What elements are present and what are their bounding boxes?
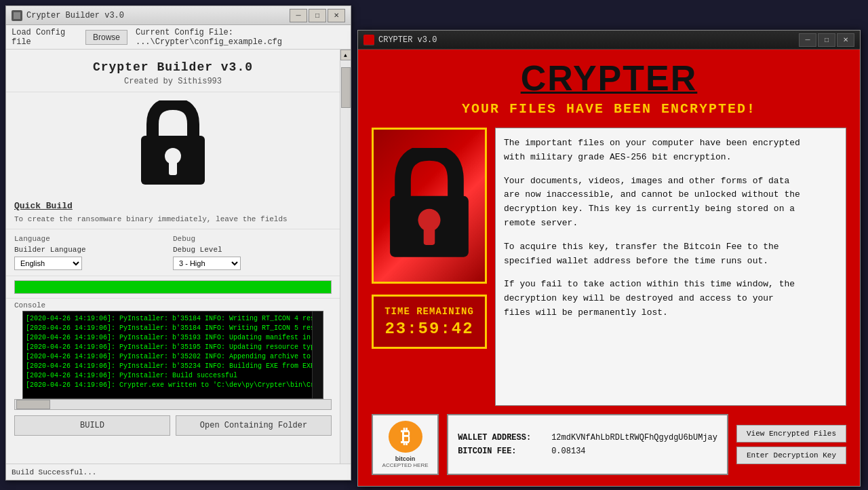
builder-title-text: Crypter Builder v3.0: [26, 11, 290, 20]
crypter-minimize-button[interactable]: ─: [799, 33, 816, 47]
wallet-row: WALLET ADDRESS: 12mdKVNfAhLbRDLtRWQFhQgy…: [458, 433, 717, 442]
builder-main-scroll[interactable]: Crypter Builder v3.0 Created by Sithis99…: [6, 50, 340, 480]
console-line-5: [2020-04-26 14:19:06]: PyInstaller: b'35…: [26, 352, 320, 362]
options-row: Language Builder Language English French…: [6, 229, 340, 276]
crypter-bottom: ₿ bitcoin ACCEPTED HERE WALLET ADDRESS: …: [372, 414, 846, 475]
builder-win-controls: ─ □ ✕: [290, 9, 345, 22]
crypter-lock-icon: [385, 148, 473, 263]
desc-para-1: The important files on your computer hav…: [504, 136, 837, 165]
timer-label: TIME REMAINING: [384, 306, 474, 317]
console-line-6: [2020-04-26 14:19:06]: PyInstaller: b'35…: [26, 362, 320, 371]
crypter-subtitle: YOUR FILES HAVE BEEN ENCRYPTED!: [372, 101, 846, 117]
debug-label: Debug: [173, 235, 332, 243]
console-area: [2020-04-26 14:19:06]: PyInstaller: b'35…: [22, 311, 323, 399]
lock-icon: [136, 100, 210, 189]
console-hscrollbar[interactable]: [14, 399, 332, 410]
bitcoin-text: bitcoin ACCEPTED HERE: [382, 455, 429, 468]
build-button[interactable]: BUILD: [14, 415, 170, 436]
desc-para-3: To acquire this key, transfer the Bitcoi…: [504, 240, 837, 269]
desc-para-4: If you fail to take action within this t…: [504, 278, 837, 320]
builder-main-title: Crypter Builder v3.0: [12, 60, 334, 74]
language-select[interactable]: English French German Spanish: [14, 257, 82, 270]
builder-window: Crypter Builder v3.0 ─ □ ✕ Load Config f…: [5, 5, 351, 480]
wallet-value: 12mdKVNfAhLbRDLtRWQFhQgydgU6bUMjay: [551, 433, 717, 442]
builder-lock-icon-container: [6, 100, 340, 189]
progress-container: [6, 276, 340, 299]
crypter-title-icon: [363, 35, 374, 45]
crypter-maximize-button[interactable]: □: [818, 33, 835, 47]
console-wrapper: [2020-04-26 14:19:06]: PyInstaller: b'35…: [14, 311, 332, 399]
crypter-mid: TIME REMAINING 23:59:42 The important fi…: [372, 128, 846, 406]
enter-decryption-button[interactable]: Enter Decryption Key: [736, 447, 846, 464]
payment-buttons: View Encrypted Files Enter Decryption Ke…: [736, 414, 846, 475]
wallet-label: WALLET ADDRESS:: [458, 433, 546, 442]
builder-titlebar: Crypter Builder v3.0 ─ □ ✕: [6, 6, 351, 25]
progress-bar-inner: [15, 281, 331, 293]
status-text: Build Successful...: [12, 468, 96, 476]
builder-toolbar: Load Config file Browse Current Config F…: [6, 25, 351, 50]
status-bar: Build Successful...: [6, 464, 351, 480]
fee-label: BITCOIN FEE:: [458, 447, 546, 456]
view-encrypted-button[interactable]: View Encrypted Files: [736, 425, 846, 442]
builder-content: Crypter Builder v3.0 Created by Sithis99…: [6, 50, 351, 480]
crypter-left-col: TIME REMAINING 23:59:42: [372, 128, 487, 406]
builder-maximize-button[interactable]: □: [309, 9, 326, 22]
svg-rect-0: [14, 12, 20, 19]
debug-select[interactable]: 1 - Low 2 - Medium 3 - High: [173, 257, 241, 270]
console-scrollbar[interactable]: [312, 312, 323, 398]
build-buttons-row: BUILD Open Containing Folder: [6, 410, 340, 441]
console-line-7: [2020-04-26 14:19:06]: PyInstaller: Buil…: [26, 371, 320, 381]
scroll-up-arrow[interactable]: ▲: [340, 50, 351, 60]
scroll-thumb: [341, 67, 351, 108]
quick-build-title[interactable]: Quick Build: [6, 197, 340, 214]
console-line-4: [2020-04-26 14:19:06]: PyInstaller: b'35…: [26, 343, 320, 352]
language-sublabel: Builder Language: [14, 246, 173, 254]
progress-bar-outer: [14, 280, 332, 294]
console-line-3: [2020-04-26 14:19:06]: PyInstaller: b'35…: [26, 333, 320, 343]
builder-close-button[interactable]: ✕: [328, 9, 345, 22]
fee-value: 0.08134: [551, 447, 585, 456]
hscroll-thumb: [16, 400, 50, 409]
builder-scrollbar[interactable]: ▲ ▼: [340, 50, 351, 480]
crypter-main-title: CRYPTER: [372, 60, 846, 96]
crypter-description-box: The important files on your computer hav…: [495, 128, 846, 406]
crypter-lock-box: [372, 128, 487, 284]
browse-button[interactable]: Browse: [85, 30, 127, 45]
bitcoin-logo-box: ₿ bitcoin ACCEPTED HERE: [372, 414, 439, 475]
timer-box: TIME REMAINING 23:59:42: [372, 295, 487, 349]
console-label: Console: [6, 299, 340, 311]
console-line-8: [2020-04-26 14:19:06]: Crypter.exe writt…: [26, 381, 320, 390]
bitcoin-icon: ₿: [389, 421, 422, 453]
svg-rect-3: [169, 160, 177, 175]
debug-group: Debug Debug Level 1 - Low 2 - Medium 3 -…: [173, 235, 332, 270]
crypter-title-text: CRYPTER v3.0: [378, 35, 797, 45]
console-line-1: [2020-04-26 14:19:06]: PyInstaller: b'35…: [26, 314, 320, 324]
builder-title-icon: [12, 10, 22, 21]
crypter-titlebar: CRYPTER v3.0 ─ □ ✕: [358, 31, 860, 50]
language-group: Language Builder Language English French…: [14, 235, 173, 270]
language-label: Language: [14, 235, 173, 243]
fee-row: BITCOIN FEE: 0.08134: [458, 447, 717, 456]
builder-header: Crypter Builder v3.0 Created by Sithis99…: [6, 50, 340, 92]
config-file-label: Current Config File: ...\Crypter\config_…: [136, 28, 345, 47]
load-config-label: Load Config file: [12, 28, 77, 47]
timer-value: 23:59:42: [384, 320, 473, 338]
quick-build-description: To create the ransomware binary immediat…: [6, 214, 340, 229]
builder-minimize-button[interactable]: ─: [290, 9, 307, 22]
console-line-2: [2020-04-26 14:19:06]: PyInstaller: b'35…: [26, 324, 320, 333]
crypter-content: CRYPTER YOUR FILES HAVE BEEN ENCRYPTED! …: [358, 50, 860, 486]
desc-para-2: Your documents, videos, images and other…: [504, 174, 837, 231]
payment-info-box: WALLET ADDRESS: 12mdKVNfAhLbRDLtRWQFhQgy…: [447, 414, 728, 475]
scroll-track: [340, 60, 351, 469]
builder-author: Created by Sithis993: [12, 77, 334, 86]
crypter-close-button[interactable]: ✕: [837, 33, 854, 47]
debug-sublabel: Debug Level: [173, 246, 332, 254]
crypter-window: CRYPTER v3.0 ─ □ ✕ CRYPTER YOUR FILES HA…: [357, 30, 861, 487]
open-folder-button[interactable]: Open Containing Folder: [176, 415, 332, 436]
svg-rect-6: [424, 227, 435, 245]
